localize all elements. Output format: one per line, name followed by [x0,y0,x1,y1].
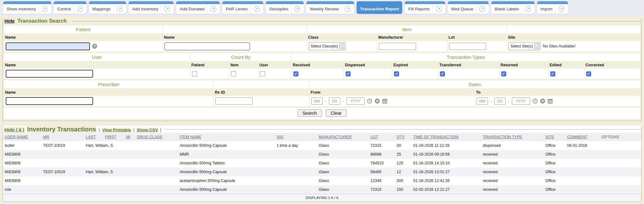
col-transaction-type[interactable]: TRANSACTION TYPE [481,133,543,141]
help-icon[interactable]: ? [92,44,97,49]
cell-site: Office [543,168,565,176]
tab-blank-labels[interactable]: Blank Labels↗ [491,1,534,14]
search-button[interactable]: Search [297,109,322,117]
clock-icon[interactable] [532,98,538,104]
col-item-name[interactable]: ITEM NAME [178,133,275,141]
tab-par-levels[interactable]: PAR Levels↗ [222,1,263,14]
clock-icon[interactable] [367,98,372,104]
hide-transactions-link[interactable]: Hide ( 6 ) [4,127,25,132]
tab-transaction-report[interactable]: Transaction Report [357,1,402,14]
col-mr[interactable]: MR [41,133,84,141]
count-by-patient-checkbox[interactable] [192,71,197,76]
class-select-button[interactable]: ... [339,43,344,49]
popout-icon[interactable]: ↗ [525,6,531,12]
tab-control[interactable]: Control↗ [54,1,86,14]
col-site[interactable]: SITE [543,133,565,141]
popout-icon[interactable]: ↗ [77,6,83,12]
type-corrected-label: Corrected [585,62,640,68]
to-month-input[interactable] [477,97,488,105]
col-sig[interactable]: SIG [275,133,317,141]
date-separator: - [325,99,326,103]
col-drug-class[interactable]: DRUG CLASS [135,133,178,141]
popout-icon[interactable]: ↗ [558,6,564,12]
tab-fill-reports[interactable]: Fill Reports↗ [405,1,445,14]
type-expired-checkbox[interactable] [394,71,399,76]
count-by-item-checkbox[interactable] [231,71,236,76]
item-name-input[interactable] [164,42,250,50]
blank-header-cell [163,25,307,33]
tab-stockpiles[interactable]: Stockpiles↗ [266,1,304,14]
dates-section-header: Dates [310,80,640,88]
col-user-name[interactable]: USER NAME [3,133,41,141]
col-lot[interactable]: LOT [369,133,395,141]
clear-date-icon[interactable] [540,98,545,104]
type-transferred-checkbox[interactable] [440,71,445,76]
popout-icon[interactable]: ↗ [294,6,300,12]
count-by-patient-label: Patient [191,62,229,68]
to-year-input[interactable] [512,97,530,105]
tab-mappings[interactable]: Mappings↗ [89,1,126,14]
cell-sig [275,176,317,185]
popout-icon[interactable]: ↗ [164,6,170,12]
user-name-input[interactable] [6,70,93,78]
col-qty[interactable]: QTY [395,133,411,141]
site-select-button[interactable]: ... [534,43,539,49]
tab-import[interactable]: Import↗ [537,1,568,14]
calendar-icon[interactable] [382,98,387,104]
from-year-input[interactable] [347,97,365,105]
popout-icon[interactable]: ↗ [254,6,260,12]
cell-mr: TEST-10019 [41,168,84,176]
calendar-icon[interactable] [547,98,553,104]
from-day-input[interactable] [329,97,340,105]
type-corrected-checkbox[interactable] [586,71,591,76]
user-section-header: User [4,53,190,61]
cell-time-of-transaction: 01-16-2026 13:01:27 [411,168,481,176]
popout-icon[interactable]: ↗ [210,6,216,12]
col-last[interactable]: LAST [84,133,103,141]
tab-med-queue[interactable]: Med Queue↗ [448,1,489,14]
tab-add-donated[interactable]: Add Donated↗ [176,1,220,14]
type-edited-checkbox[interactable] [550,71,555,76]
patient-name-input[interactable] [6,42,90,50]
popout-icon[interactable]: ↗ [436,6,442,12]
show-csv-link[interactable]: Show CSV [137,128,158,132]
to-day-input[interactable] [494,97,506,105]
type-dispensed-checkbox[interactable] [346,71,351,76]
prescriber-name-input[interactable] [6,97,93,105]
view-printable-link[interactable]: View Printable [102,128,131,132]
cell-transaction-type: received [481,176,543,185]
tab-divider [555,4,556,14]
col-comment[interactable]: COMMENT [565,133,600,141]
col-mi[interactable]: MI [124,133,135,141]
count-by-user-checkbox[interactable] [260,71,265,76]
popout-icon[interactable]: ↗ [117,6,123,12]
col-time-of-transaction[interactable]: TIME OF TRANSACTION [411,133,481,141]
col-manufacturer[interactable]: MANUFACTURER [317,133,369,141]
type-received-checkbox[interactable] [293,71,298,76]
tab-weekly-review[interactable]: Weekly Review↗ [306,1,354,14]
rx-id-input[interactable] [215,97,253,105]
popout-icon[interactable]: ↗ [42,6,48,12]
tab-divider [161,4,161,14]
class-select[interactable]: Select Class(es)... [309,42,346,50]
tab-add-inventory[interactable]: Add Inventory↗ [129,1,174,14]
hide-search-link[interactable]: Hide [4,18,15,24]
site-select[interactable]: Select Site(s)... [508,42,541,50]
from-month-input[interactable] [311,97,323,105]
clear-button[interactable]: Clear [326,109,347,117]
type-returned-checkbox[interactable] [501,71,506,76]
tab-divider [341,4,342,14]
blank-header-cell [507,25,640,33]
popout-icon[interactable]: ↗ [345,6,351,12]
col-first[interactable]: FIRST [103,133,124,141]
clear-date-icon[interactable] [375,98,380,104]
patient-name-label: Name [4,34,162,40]
lot-input[interactable] [449,43,486,50]
tab-show-inventory[interactable]: Show Inventory↗ [3,1,51,14]
tab-accent-bar [405,1,445,4]
tab-accent-bar [306,1,354,4]
cell-sig [275,168,317,176]
manufacturer-input[interactable] [379,43,416,50]
cell-item-name: MMR [178,150,275,159]
popout-icon[interactable]: ↗ [479,6,485,12]
